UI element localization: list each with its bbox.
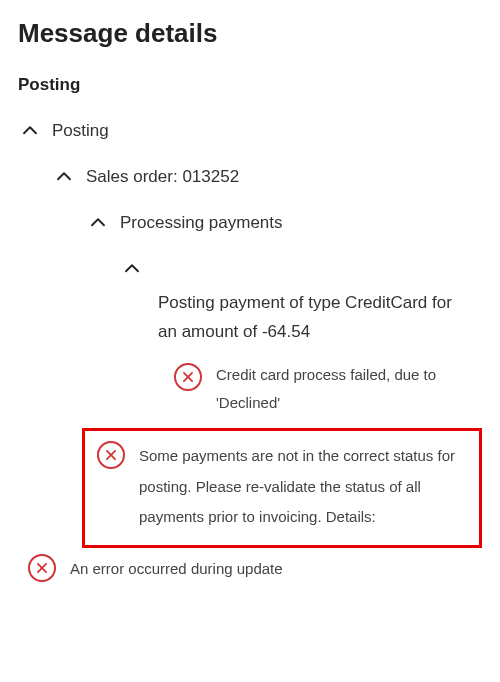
- page-title: Message details: [18, 18, 482, 49]
- error-icon: [97, 441, 125, 469]
- error-message-declined: Credit card process failed, due to 'Decl…: [174, 361, 482, 418]
- error-text: Some payments are not in the correct sta…: [139, 441, 469, 533]
- tree-node-sales-order[interactable]: Sales order: 013252: [52, 165, 482, 189]
- tree-node-posting[interactable]: Posting: [18, 119, 482, 143]
- tree-node-posting-payment[interactable]: [120, 257, 482, 281]
- tree-node-payment-detail: Posting payment of type CreditCard for a…: [158, 289, 482, 347]
- error-text: An error occurred during update: [70, 560, 283, 577]
- error-text: Credit card process failed, due to 'Decl…: [216, 361, 472, 418]
- error-message-update-failed: An error occurred during update: [28, 554, 482, 582]
- error-message-payment-status: Some payments are not in the correct sta…: [97, 441, 469, 533]
- tree-node-label: Posting: [52, 121, 109, 141]
- message-details-panel: Message details Posting Posting Sales or…: [0, 0, 500, 592]
- error-icon: [174, 363, 202, 391]
- chevron-up-icon[interactable]: [18, 119, 42, 143]
- tree-node-label: Processing payments: [120, 213, 283, 233]
- chevron-up-icon[interactable]: [52, 165, 76, 189]
- highlighted-error-box: Some payments are not in the correct sta…: [82, 428, 482, 548]
- chevron-up-icon[interactable]: [86, 211, 110, 235]
- tree-node-processing-payments[interactable]: Processing payments: [86, 211, 482, 235]
- section-subhead: Posting: [18, 75, 482, 95]
- chevron-up-icon[interactable]: [120, 257, 144, 281]
- error-icon: [28, 554, 56, 582]
- tree-node-label: Sales order: 013252: [86, 167, 239, 187]
